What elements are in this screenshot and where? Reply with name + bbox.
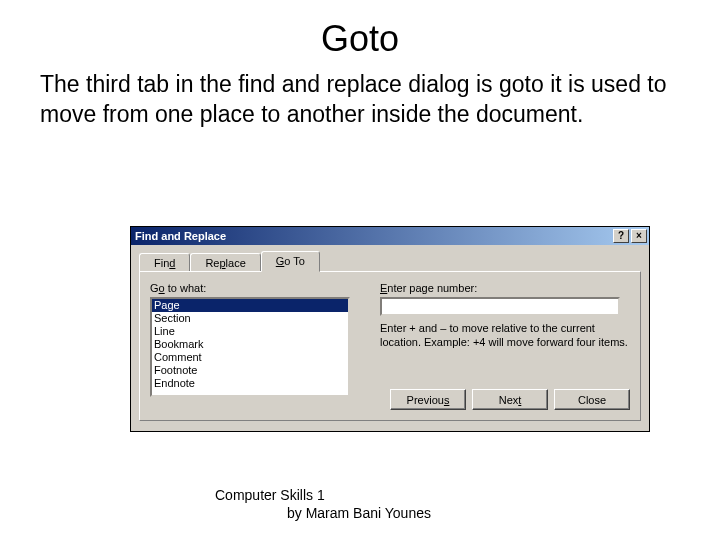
list-item[interactable]: Page xyxy=(152,299,348,312)
close-icon[interactable]: × xyxy=(631,229,647,243)
next-button[interactable]: Next xyxy=(472,389,548,410)
slide-body-text: The third tab in the find and replace di… xyxy=(40,70,680,130)
goto-what-label: Go to what: xyxy=(150,282,360,294)
find-replace-dialog: Find and Replace ? × Find Replace Go To … xyxy=(130,226,650,432)
list-item[interactable]: Section xyxy=(152,312,348,325)
list-item[interactable]: Footnote xyxy=(152,364,348,377)
hint-text: Enter + and – to move relative to the cu… xyxy=(380,322,630,350)
tab-replace[interactable]: Replace xyxy=(190,253,260,272)
close-button[interactable]: Close xyxy=(554,389,630,410)
tab-strip: Find Replace Go To xyxy=(139,251,641,271)
footer-line2: by Maram Bani Younes xyxy=(215,505,431,523)
slide-footer: Computer Skills 1 by Maram Bani Younes xyxy=(215,487,431,522)
dialog-title: Find and Replace xyxy=(135,230,226,242)
tab-find[interactable]: Find xyxy=(139,253,190,272)
page-number-input[interactable] xyxy=(380,297,620,316)
list-item[interactable]: Line xyxy=(152,325,348,338)
goto-what-listbox[interactable]: Page Section Line Bookmark Comment Footn… xyxy=(150,297,350,397)
list-item[interactable]: Bookmark xyxy=(152,338,348,351)
help-button[interactable]: ? xyxy=(613,229,629,243)
slide-title: Goto xyxy=(0,18,720,60)
goto-panel: Go to what: Page Section Line Bookmark C… xyxy=(139,271,641,421)
list-item[interactable]: Comment xyxy=(152,351,348,364)
previous-button[interactable]: Previous xyxy=(390,389,466,410)
list-item[interactable]: Endnote xyxy=(152,377,348,390)
footer-line1: Computer Skills 1 xyxy=(215,487,431,505)
tab-goto[interactable]: Go To xyxy=(261,251,320,272)
dialog-titlebar[interactable]: Find and Replace ? × xyxy=(131,227,649,245)
enter-page-label: Enter page number: xyxy=(380,282,630,294)
